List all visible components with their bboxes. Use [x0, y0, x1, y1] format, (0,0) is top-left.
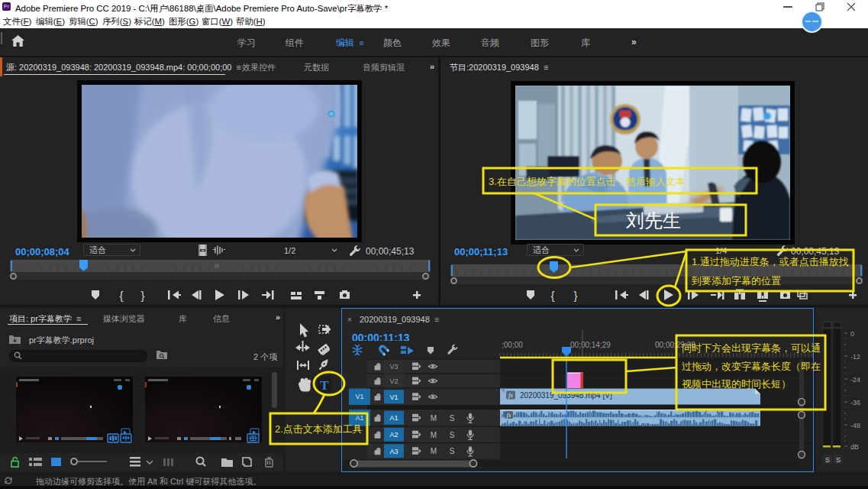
svg-text:00;00;14;29: 00;00;14;29 [570, 341, 611, 349]
svg-text:fx: fx [508, 392, 513, 399]
svg-text:S: S [836, 456, 841, 464]
svg-text:S: S [450, 431, 455, 439]
svg-text:00;00;29;28: 00;00;29;28 [655, 341, 695, 349]
svg-text:dB: dB [850, 443, 859, 451]
svg-text:}: } [140, 289, 144, 302]
svg-text:-24: -24 [850, 376, 860, 384]
svg-text:}: } [573, 289, 577, 302]
svg-text:V1: V1 [389, 393, 398, 401]
svg-text:{: { [550, 289, 554, 302]
svg-text:A2: A2 [389, 431, 398, 439]
svg-text:S: S [825, 456, 830, 464]
svg-text:M: M [431, 414, 437, 423]
svg-text:V1: V1 [355, 393, 363, 400]
svg-text:A1: A1 [355, 414, 363, 422]
svg-text:S: S [450, 447, 455, 455]
svg-text:M: M [431, 447, 437, 455]
svg-text:T: T [320, 378, 329, 393]
svg-text:;00;00: ;00;00 [502, 341, 523, 349]
svg-text:{: { [119, 289, 123, 302]
svg-text:-48: -48 [850, 422, 860, 429]
svg-text:S: S [450, 414, 455, 423]
svg-text:fx: fx [507, 412, 511, 419]
svg-text:0: 0 [850, 330, 854, 338]
svg-text:V3: V3 [389, 363, 398, 371]
svg-text:-12: -12 [850, 353, 860, 361]
svg-text:M: M [431, 431, 437, 439]
svg-text:V2: V2 [389, 377, 398, 385]
svg-text:-36: -36 [850, 399, 860, 406]
svg-text:A1: A1 [389, 414, 398, 422]
svg-text:A3: A3 [389, 448, 398, 455]
